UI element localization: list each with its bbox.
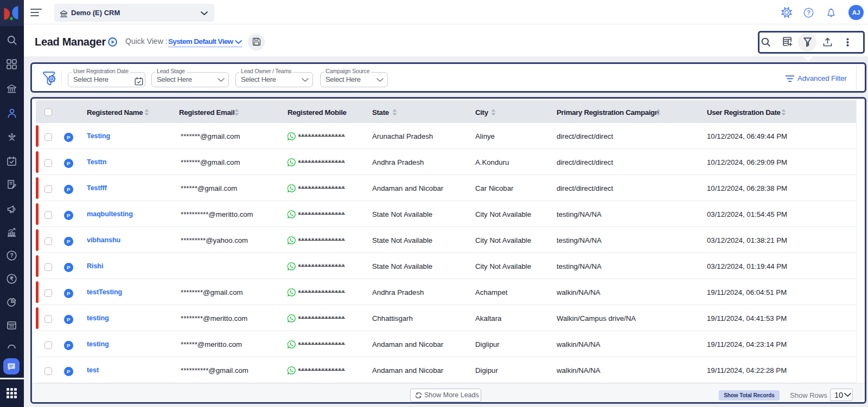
svg-text:?: ? bbox=[10, 253, 13, 259]
svg-text:?: ? bbox=[807, 9, 810, 16]
svg-text:₹: ₹ bbox=[10, 276, 14, 282]
